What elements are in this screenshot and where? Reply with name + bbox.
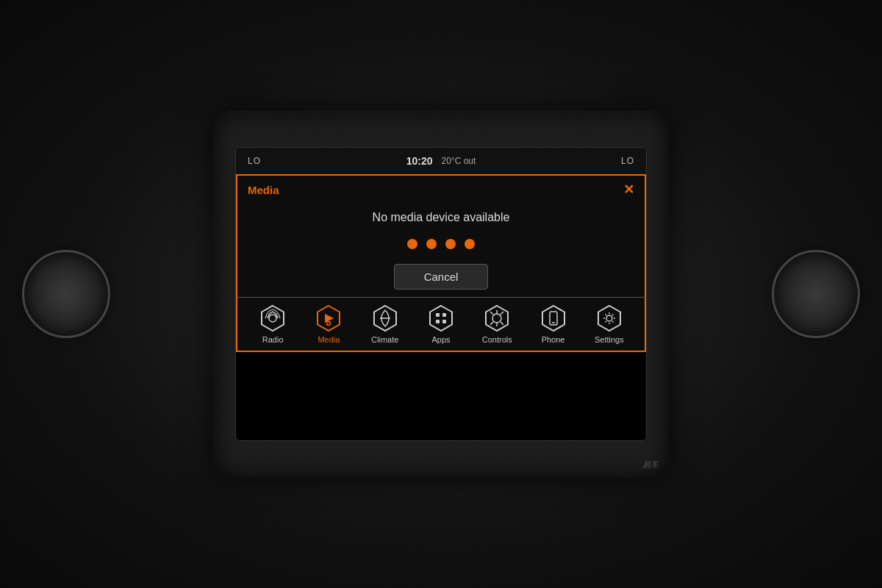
lo-right-indicator: LO [621, 156, 634, 166]
settings-icon [595, 304, 623, 332]
svg-rect-7 [436, 313, 440, 317]
svg-rect-8 [442, 313, 446, 317]
apps-label: Apps [431, 335, 450, 344]
svg-rect-9 [436, 320, 440, 323]
temperature: 20°C out [441, 156, 476, 166]
phone-icon [539, 304, 567, 332]
screen-bezel: LO 10:20 20°C out LO Media ✕ No media de… [213, 110, 669, 478]
cancel-button[interactable]: Cancel [394, 264, 489, 290]
dialog-message: No media device available [373, 211, 510, 224]
dashboard-background: LO 10:20 20°C out LO Media ✕ No media de… [0, 0, 882, 588]
svg-marker-13 [542, 306, 564, 331]
infotainment-screen[interactable]: LO 10:20 20°C out LO Media ✕ No media de… [235, 147, 647, 441]
radio-icon [259, 304, 287, 332]
dot-2 [426, 239, 437, 249]
watermark: 易车 [642, 459, 659, 470]
svg-point-17 [606, 315, 612, 321]
modal-title: Media [248, 184, 279, 196]
modal-header: Media ✕ [237, 176, 645, 204]
close-button[interactable]: ✕ [623, 182, 634, 198]
nav-item-settings[interactable]: Settings [585, 304, 633, 344]
nav-item-phone[interactable]: Phone [529, 304, 577, 344]
svg-marker-16 [598, 306, 620, 331]
controls-icon [483, 304, 511, 332]
media-label: Media [318, 335, 340, 344]
svg-marker-11 [486, 306, 508, 331]
svg-rect-10 [442, 320, 446, 323]
dot-3 [445, 239, 456, 249]
climate-label: Climate [371, 335, 398, 344]
climate-icon [371, 304, 399, 332]
svg-point-3 [327, 322, 331, 326]
nav-item-climate[interactable]: Climate [361, 304, 409, 344]
left-vent [22, 250, 110, 338]
nav-item-apps[interactable]: Apps [417, 304, 465, 344]
main-content-area: Media ✕ No media device available Cancel [236, 174, 646, 297]
apps-icon [427, 304, 455, 332]
phone-label: Phone [542, 335, 565, 344]
dot-4 [465, 239, 475, 249]
settings-label: Settings [595, 335, 624, 344]
radio-label: Radio [262, 335, 284, 344]
nav-item-radio[interactable]: Radio [249, 304, 297, 344]
center-status: 10:20 20°C out [406, 155, 476, 167]
nav-item-controls[interactable]: Controls [473, 304, 521, 344]
right-vent [772, 250, 860, 338]
clock: 10:20 [406, 155, 433, 167]
svg-marker-6 [430, 306, 452, 331]
dialog-area: No media device available Cancel [237, 204, 645, 297]
svg-point-1 [269, 315, 276, 322]
lo-left-indicator: LO [248, 156, 261, 166]
bottom-navigation: Radio Media [236, 297, 646, 352]
svg-point-12 [492, 314, 501, 323]
media-icon [315, 304, 343, 332]
loading-dots [407, 239, 475, 249]
status-bar: LO 10:20 20°C out LO [236, 148, 646, 174]
nav-item-media[interactable]: Media [305, 304, 353, 344]
controls-label: Controls [482, 335, 512, 344]
dot-1 [407, 239, 417, 249]
